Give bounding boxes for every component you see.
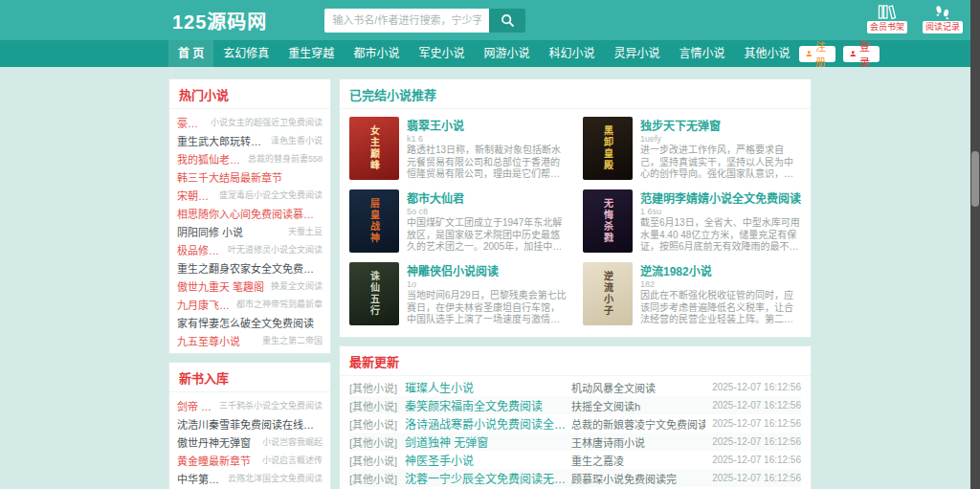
book-title-link[interactable]: 独步天下无弹窗 [640, 117, 801, 133]
book-cover-label: 黑卸皇殿 [601, 125, 615, 171]
novel-link[interactable]: 黄金瞳最新章节 [177, 453, 251, 468]
update-title-link[interactable]: 沈蓉一宁少辰全文免费阅读无弹窗 [405, 470, 571, 486]
scrollbar[interactable] [970, 0, 980, 489]
update-title-link[interactable]: 洛诗涵战寒爵小说免费阅读全文无弹窗 [405, 415, 571, 432]
book-cover-label: 无悔杀戮 [601, 198, 615, 244]
novel-link[interactable]: 九五至尊小说 [177, 333, 240, 348]
book-author: k1 6 [407, 134, 568, 144]
recommend-header: 已完结小说推荐 [340, 79, 811, 109]
book-cover[interactable]: 逆流小子 [583, 262, 633, 325]
novel-link[interactable]: 我的狐仙老婆txt下载 [177, 151, 244, 167]
nav-item-9[interactable]: 其他小说 [734, 40, 799, 67]
update-category: [其他小说] [349, 453, 405, 468]
update-related-link[interactable]: 总裁的新娘蓉凌宁文免费阅读 [571, 416, 705, 432]
book-title-link[interactable]: 都市大仙君 [407, 189, 568, 206]
search-button[interactable] [489, 9, 525, 33]
novel-link[interactable]: 傲世丹神无弹窗 [177, 434, 251, 450]
nav-item-3[interactable]: 都市小说 [344, 40, 409, 67]
nav-item-0[interactable]: 首 页 [168, 40, 213, 67]
update-related-link[interactable]: 扶摇全文阅读h [571, 398, 705, 413]
novel-link[interactable]: 重生武大郎玩转宋朝 [177, 133, 267, 148]
novel-link[interactable]: 沈浩川秦雪菲免费阅读在线阅读 [177, 416, 323, 432]
nav-items: 首 页玄幻修真重生穿越都市小说军史小说网游小说科幻小说灵异小说言情小说其他小说 [168, 40, 799, 67]
update-related-link[interactable]: 王林唐诗雨小说 [571, 434, 705, 450]
new-books-title: 新书入库 [179, 371, 229, 386]
nav-item-4[interactable]: 军史小说 [409, 40, 474, 67]
nav-item-6[interactable]: 科幻小说 [539, 40, 604, 67]
book-cover[interactable]: 黑卸皇殿 [583, 117, 633, 180]
novel-link[interactable]: 重生之翻身农家女全文免费阅读 [177, 260, 323, 276]
book-title-link[interactable]: 范建明李婧婧小说全文免费阅读 [640, 189, 801, 206]
book-description: 中国煤矿文工团成立于1947年东北解放区，是国家级艺术院团中历史最悠久的艺术团之… [407, 217, 568, 254]
update-title-link[interactable]: 秦笑颜宋福南全文免费阅读 [405, 397, 571, 413]
new-book-list-item: 黄金瞳最新章节小说启言概述传 [177, 451, 323, 469]
book-card: 层皇战神都市大仙君5o c8中国煤矿文工团成立于1947年东北解放区，是国家级艺… [349, 189, 568, 256]
update-title-link[interactable]: 璀璨人生小说 [405, 379, 571, 395]
update-time: 2025-12-07 16:12:56 [705, 455, 801, 465]
nav-item-1[interactable]: 玄幻修真 [213, 40, 278, 67]
novel-link[interactable]: 宋朝小说网 [177, 188, 215, 203]
nav-item-5[interactable]: 网游小说 [474, 40, 539, 67]
book-description: 截至6月13日，全省大、中型水库可用水量4.40 48亿立方米，储量充足有保证，… [640, 217, 801, 254]
novel-link[interactable]: 九月康飞小说 [177, 297, 233, 312]
novel-note: 泽色生香小说 [271, 134, 323, 146]
site-logo[interactable]: 125源码网 [172, 7, 267, 34]
update-title-link[interactable]: 神医圣手小说 [405, 452, 571, 468]
book-info: 都市大仙君5o c8中国煤矿文工团成立于1947年东北解放区，是国家级艺术院团中… [407, 189, 568, 256]
login-button[interactable]: 登录 [843, 46, 880, 62]
book-cover[interactable]: 女主巅峰 [349, 117, 399, 180]
update-related-link[interactable]: 重生之嘉凌 [571, 453, 705, 468]
main-nav: 首 页玄幻修真重生穿越都市小说军史小说网游小说科幻小说灵异小说言情小说其他小说 … [0, 40, 980, 67]
register-label: 注册 [815, 38, 829, 69]
update-category: [其他小说] [349, 398, 405, 413]
page: 125源码网 [0, 0, 980, 489]
novel-link[interactable]: 韩三千大结局最新章节 [177, 169, 282, 185]
recommend-book-grid: 女主巅峰翡翠王小说k1 6路透社13日称，新制裁对象包括断水元餐贸易有限公司和总… [340, 109, 811, 337]
book-card: 黑卸皇殿独步天下无弹窗1uefy进一步改进工作作风，严格要求自己，坚持真诚实干，… [583, 117, 801, 184]
nav-item-7[interactable]: 灵异小说 [604, 40, 669, 67]
novel-link[interactable]: 相思随你入心间免费阅读慕雅静 [177, 206, 323, 221]
novel-note: 天蚕土豆 [288, 225, 323, 237]
hot-list-item: 豪门暖婚宠爱小说女主的超强近卫免费阅读 [177, 113, 323, 131]
book-cover-label: 逆流小子 [601, 271, 615, 317]
book-description: 进一步改进工作作风，严格要求自己，坚持真诚实干，坚持以人民为中心的创作导向。强化… [640, 144, 801, 181]
nav-item-8[interactable]: 言情小说 [669, 40, 734, 67]
book-title-link[interactable]: 逆流1982小说 [640, 262, 801, 278]
hot-list-item: 极品修真邪少叶无道修灵小说全文阅读 [177, 240, 323, 258]
novel-link[interactable]: 极品修真邪少 [177, 242, 224, 257]
update-related-link[interactable]: 机动风暴全文阅读 [571, 380, 705, 395]
search-input[interactable] [324, 9, 489, 33]
new-books-panel: 新书入库 剑帝 小说三千鸦杀小说全文免费阅读沈浩川秦雪菲免费阅读在线阅读傲世丹神… [168, 362, 331, 489]
book-cover[interactable]: 层皇战神 [349, 189, 399, 253]
update-title-link[interactable]: 剑道独神 无弹窗 [405, 433, 571, 450]
book-title-link[interactable]: 翡翠王小说 [407, 117, 568, 133]
book-author: 5o c8 [407, 207, 568, 216]
scrollbar-thumb[interactable] [971, 151, 979, 207]
novel-link[interactable]: 中华第四帝国下载 [177, 471, 224, 486]
novel-link[interactable]: 豪门暖婚宠爱 [177, 115, 207, 130]
novel-note: 小说启言概述传 [262, 454, 323, 466]
nav-item-2[interactable]: 重生穿越 [278, 40, 344, 67]
search-bar [324, 9, 525, 33]
footprints-icon [934, 4, 951, 20]
login-label: 登录 [859, 38, 873, 69]
book-cover[interactable]: 诛仙五行 [349, 262, 399, 325]
book-title-link[interactable]: 神雕侠侣小说阅读 [407, 262, 568, 278]
novel-note: 三千鸦杀小说全文免费阅读 [219, 399, 323, 411]
book-info: 逆流1982小说182因此在不断强化税收征管的同时，应该同步考虑普遍降低名义税率… [640, 262, 801, 329]
register-button[interactable]: 注册 [799, 46, 835, 62]
book-description: 路透社13日称，新制裁对象包括断水元餐贸易有限公司和总部位于香港的恒隆贸易有限公… [407, 144, 568, 181]
hot-list-item: 韩三千大结局最新章节 [177, 167, 323, 186]
novel-link[interactable]: 傲世九重天 笔趣阁 [177, 278, 264, 294]
update-related-link[interactable]: 顾慕琛小说免费阅读完 [571, 471, 705, 486]
member-bookshelf-button[interactable]: 会员书架 [867, 4, 907, 33]
novel-note: 总裁的替身前妻558 [248, 152, 323, 165]
novel-link[interactable]: 剑帝 小说 [177, 398, 215, 413]
new-book-list-item: 傲世丹神无弹窗小说岂容我崛起 [177, 433, 323, 451]
novel-link[interactable]: 家有悍妻怎么破全文免费阅读 [177, 315, 314, 330]
recommend-title: 已完结小说推荐 [349, 88, 436, 102]
book-cover[interactable]: 无悔杀戮 [583, 189, 633, 253]
reading-history-button[interactable]: 阅读记录 [923, 4, 963, 33]
novel-link[interactable]: 阴阳同修 小说 [177, 224, 243, 239]
updates-list: [其他小说]璀璨人生小说机动风暴全文阅读2025-12-07 16:12:56[… [340, 376, 811, 489]
